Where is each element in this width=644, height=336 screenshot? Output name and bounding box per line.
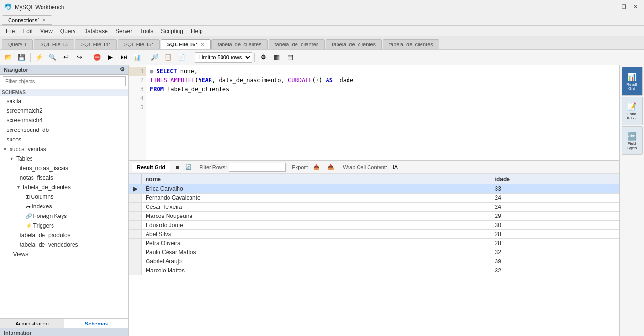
menu-item-database[interactable]: Database: [80, 27, 112, 35]
panel-button[interactable]: ▤: [284, 51, 296, 64]
code-area[interactable]: ●SELECT nome, TIMESTAMPDIFF(YEAR, data_d…: [146, 65, 619, 160]
menu-item-tools[interactable]: Tools: [136, 27, 157, 35]
menu-item-edit[interactable]: Edit: [19, 27, 36, 35]
code-line-1[interactable]: ●SELECT nome,: [150, 67, 615, 76]
cell-nome[interactable]: Fernando Cavalcante: [142, 194, 491, 203]
menu-item-query[interactable]: Query: [56, 27, 80, 35]
tree-item-itens_notas_fiscais[interactable]: itens_notas_fiscais: [0, 163, 128, 173]
wrap-button[interactable]: IA: [389, 161, 401, 173]
table-row[interactable]: Eduardo Jorge30: [129, 221, 619, 230]
cell-nome[interactable]: Eduardo Jorge: [142, 221, 491, 230]
cell-idade[interactable]: 32: [491, 266, 619, 275]
close-button[interactable]: ✕: [631, 2, 640, 12]
menu-item-server[interactable]: Server: [112, 27, 136, 35]
cell-idade[interactable]: 28: [491, 230, 619, 239]
cell-idade[interactable]: 39: [491, 257, 619, 266]
tree-item-columns[interactable]: ⊞Columns: [0, 192, 128, 202]
table-row[interactable]: Abel Silva28: [129, 230, 619, 239]
sql-tab-6[interactable]: tabela_de_clientes: [269, 39, 325, 49]
cell-nome[interactable]: Gabriel Araujo: [142, 257, 491, 266]
menu-item-file[interactable]: File: [2, 27, 19, 35]
result-refresh-button[interactable]: 🔄: [184, 163, 193, 172]
data-grid[interactable]: nome idade ▶Érica Carvalho33Fernando Cav…: [129, 174, 619, 336]
result-grid-panel-button[interactable]: 📊 ResultGrid: [622, 67, 643, 96]
tree-item-views[interactable]: Views: [0, 249, 128, 259]
cell-nome[interactable]: Paulo César Mattos: [142, 248, 491, 257]
menu-item-view[interactable]: View: [36, 27, 56, 35]
stop-button[interactable]: ⛔: [91, 51, 103, 64]
sql-tab-7[interactable]: tabela_de_clientes: [326, 39, 382, 49]
cell-nome[interactable]: Marcelo Mattos: [142, 266, 491, 275]
table-row[interactable]: Gabriel Araujo39: [129, 257, 619, 266]
toggle-button[interactable]: 📄: [175, 51, 188, 64]
navigator-options-icon[interactable]: ⚙: [120, 66, 125, 73]
minimize-button[interactable]: —: [608, 2, 617, 12]
save-button[interactable]: 💾: [15, 51, 28, 64]
tab-close-4[interactable]: ✕: [201, 42, 204, 47]
table-row[interactable]: César Teixeira24: [129, 203, 619, 212]
run-line-button[interactable]: ⏭: [117, 51, 130, 64]
layout-button[interactable]: ▦: [271, 51, 283, 64]
table-row[interactable]: Petra Oliveira28: [129, 239, 619, 248]
tree-item-indexes[interactable]: 🗝Indexes: [0, 202, 128, 211]
run-button[interactable]: ▶: [104, 51, 116, 64]
maximize-button[interactable]: ❐: [619, 2, 629, 12]
explain-button[interactable]: 🔍: [46, 51, 59, 64]
cell-nome[interactable]: César Teixeira: [142, 203, 491, 212]
connection-tab[interactable]: Connections1 ✕: [2, 15, 52, 25]
table-row[interactable]: Marcos Nougeuira29: [129, 212, 619, 221]
sql-tab-2[interactable]: SQL File 14*: [75, 39, 117, 49]
cell-nome[interactable]: Érica Carvalho: [142, 184, 491, 194]
sql-tab-1[interactable]: SQL File 13: [34, 39, 74, 49]
export-button[interactable]: 📤: [310, 161, 323, 173]
cell-idade[interactable]: 32: [491, 248, 619, 257]
tree-item-screensound_db[interactable]: screensound_db: [0, 125, 128, 135]
sql-tab-5[interactable]: tabela_de_clientes: [211, 39, 268, 49]
menu-item-help[interactable]: Help: [187, 27, 207, 35]
cell-nome[interactable]: Marcos Nougeuira: [142, 212, 491, 221]
tree-item-tables[interactable]: ▼Tables: [0, 154, 128, 163]
sql-tab-4[interactable]: SQL File 16*✕: [161, 39, 211, 49]
tree-item-foreign-keys[interactable]: 🔗Foreign Keys: [0, 211, 128, 221]
import-button[interactable]: 📥: [325, 161, 337, 173]
tree-item-notas_fiscais[interactable]: notas_fiscais: [0, 173, 128, 183]
tree-item-sakila[interactable]: sakila: [0, 97, 128, 106]
result-grid-tab[interactable]: Result Grid: [132, 163, 170, 172]
undo-button[interactable]: ↩: [60, 51, 72, 64]
col-idade[interactable]: idade: [491, 174, 619, 184]
code-line-2[interactable]: TIMESTAMPDIFF(YEAR, data_de_nascimento, …: [150, 76, 615, 85]
cell-idade[interactable]: 29: [491, 212, 619, 221]
cell-idade[interactable]: 24: [491, 194, 619, 203]
menu-item-scripting[interactable]: Scripting: [157, 27, 187, 35]
cell-idade[interactable]: 33: [491, 184, 619, 194]
code-line-3[interactable]: FROM tabela_de_clientes: [150, 85, 615, 94]
col-nome[interactable]: nome: [142, 174, 491, 184]
sql-tab-3[interactable]: SQL File 15*: [118, 39, 160, 49]
table-row[interactable]: Fernando Cavalcante24: [129, 194, 619, 203]
cell-nome[interactable]: Petra Oliveira: [142, 239, 491, 248]
nav-tab-schemas[interactable]: Schemas: [64, 319, 128, 328]
tree-item-screenmatch2[interactable]: screenmatch2: [0, 106, 128, 116]
tree-item-screenmatch4[interactable]: screenmatch4: [0, 116, 128, 125]
tree-item-triggers[interactable]: ⚡Triggers: [0, 221, 128, 230]
table-row[interactable]: ▶Érica Carvalho33: [129, 184, 619, 194]
schema-button[interactable]: 📋: [162, 51, 174, 64]
settings-button[interactable]: ⚙: [257, 51, 270, 64]
field-types-panel-button[interactable]: 🔤 FieldTypes: [622, 126, 643, 155]
connection-tab-close[interactable]: ✕: [42, 17, 46, 22]
cell-idade[interactable]: 28: [491, 239, 619, 248]
table-row[interactable]: Marcelo Mattos32: [129, 266, 619, 275]
limit-select[interactable]: Limit to 5000 rowsDon't Limit10002000100…: [195, 52, 252, 63]
result-options-button[interactable]: ≡: [172, 163, 182, 172]
filter-rows-input[interactable]: [229, 163, 286, 172]
tree-item-sucos_vendas[interactable]: ▼sucos_vendas: [0, 144, 128, 154]
find-button[interactable]: 🔎: [148, 51, 161, 64]
sql-tab-0[interactable]: Query 1: [2, 39, 33, 49]
execute-button[interactable]: ⚡: [33, 51, 45, 64]
cell-nome[interactable]: Abel Silva: [142, 230, 491, 239]
tree-item-tabela_de_vendedores[interactable]: tabela_de_vendedores: [0, 240, 128, 249]
form-editor-panel-button[interactable]: 📝 FormEditor: [622, 97, 643, 125]
cell-idade[interactable]: 30: [491, 221, 619, 230]
tree-item-sucos[interactable]: sucos: [0, 135, 128, 144]
tree-item-tabela_de_produtos[interactable]: tabela_de_produtos: [0, 230, 128, 240]
